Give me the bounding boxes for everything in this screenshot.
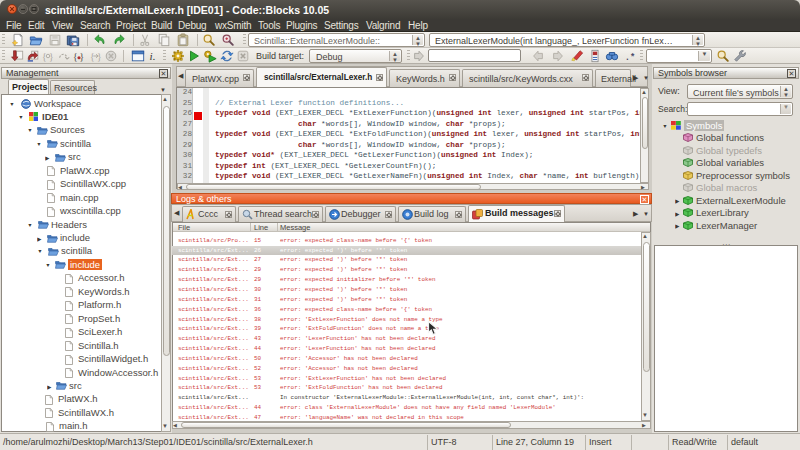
svg-text:{: {	[42, 51, 47, 62]
svg-text:.*: .*	[625, 53, 636, 63]
svg-text:{: {	[73, 51, 78, 62]
svg-text:}: }	[79, 51, 84, 62]
svg-text:i.: i.	[150, 50, 156, 62]
